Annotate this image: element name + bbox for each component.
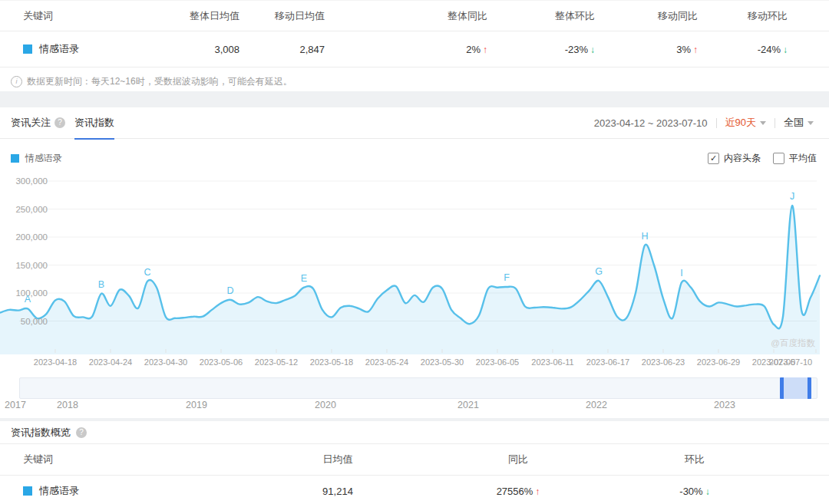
checkbox-average[interactable]: 平均值 — [773, 152, 817, 165]
event-marker-C: C — [144, 267, 150, 278]
watermark: @百度指数 — [771, 338, 815, 348]
yoy-value: 27556%↑ — [461, 486, 576, 497]
overview-title: 资讯指数概览 — [11, 426, 71, 440]
timeline-year-labels: 2017201820192020202120222023 — [0, 400, 829, 411]
header-keyword: 关键词 — [23, 453, 215, 466]
header-overall-yoy: 整体同比 — [325, 9, 487, 23]
checkbox-icon — [773, 153, 784, 164]
data-update-note: i 数据更新时间：每天12~16时，受数据波动影响，可能会有延迟。 — [0, 68, 829, 88]
chevron-down-icon — [808, 121, 814, 125]
overall-daily-avg-value: 3,008 — [184, 44, 239, 55]
info-icon: i — [11, 76, 22, 87]
region-dropdown[interactable]: 全国 — [784, 116, 814, 130]
summary-table-header: 关键词 整体日均值 移动日均值 整体同比 整体环比 移动同比 移动环比 — [0, 1, 829, 31]
checkbox-content-toutiao[interactable]: ✓ 内容头条 — [708, 152, 761, 165]
event-marker-D: D — [226, 285, 233, 296]
x-axis-date-label: 2023-04-24 — [89, 357, 132, 367]
x-axis-date-label: 2023-05-12 — [255, 357, 298, 367]
header-daily-avg: 日均值 — [215, 453, 461, 466]
keyword-label: 情感语录 — [39, 42, 79, 56]
y-axis-tick-label: 50,000 — [21, 317, 48, 326]
event-marker-B: B — [98, 279, 104, 290]
x-axis-date-label: 2023-04-30 — [144, 357, 187, 367]
x-axis-date-label: 2023-06-23 — [642, 357, 685, 367]
y-axis-tick-label: 100,000 — [15, 288, 48, 298]
keyword-cell[interactable]: 情感语录 — [23, 484, 215, 498]
down-arrow-icon: ↓ — [705, 486, 710, 497]
y-axis-tick-label: 300,000 — [15, 176, 48, 186]
overview-table-header: 关键词 日均值 同比 环比 — [0, 443, 829, 476]
divider — [775, 118, 775, 128]
timeline-year-label: 2022 — [586, 400, 607, 410]
news-index-overview-card: 资讯指数概览 ? 关键词 日均值 同比 环比 情感语录 91,214 27556… — [0, 421, 829, 504]
keyword-cell[interactable]: 情感语录 — [23, 42, 184, 56]
trend-area-fill — [0, 206, 820, 354]
region-dropdown-value: 全国 — [784, 116, 804, 130]
checkbox-icon: ✓ — [708, 153, 719, 164]
header-mobile-yoy: 移动同比 — [595, 9, 698, 23]
event-marker-H: H — [641, 231, 648, 242]
event-marker-G: G — [595, 266, 603, 277]
x-axis-date-label: 2023-04-18 — [34, 357, 77, 367]
overall-yoy-value: 2%↑ — [325, 44, 487, 55]
chart-controls: 2023-04-12 ~ 2023-07-10 近90天 全国 — [594, 107, 814, 138]
x-axis-date-label: 2023-07-10 — [769, 357, 812, 367]
divider — [716, 118, 717, 128]
tab-news-index-label: 资讯指数 — [74, 116, 114, 130]
tab-news-follow-label: 资讯关注 — [11, 116, 51, 130]
down-arrow-icon: ↓ — [783, 44, 788, 55]
timeline-year-label: 2020 — [315, 400, 336, 410]
mobile-daily-avg-value: 2,847 — [239, 44, 325, 55]
x-axis-date-label: 2023-06-11 — [531, 357, 573, 367]
event-marker-A: A — [25, 294, 31, 305]
keyword-color-swatch — [23, 486, 32, 496]
date-range-label: 2023-04-12 ~ 2023-07-10 — [594, 117, 708, 129]
trend-tabbar: 资讯关注 ? 资讯指数 2023-04-12 ~ 2023-07-10 近90天… — [0, 107, 829, 139]
news-index-trend-card: 资讯关注 ? 资讯指数 2023-04-12 ~ 2023-07-10 近90天… — [0, 107, 829, 418]
header-keyword: 关键词 — [23, 9, 184, 23]
x-axis-date-label: 2023-05-18 — [310, 357, 353, 367]
help-icon[interactable]: ? — [76, 427, 87, 438]
timeline-year-label: 2019 — [186, 400, 207, 410]
tab-news-index[interactable]: 资讯指数 — [74, 107, 114, 140]
x-axis-date-label: 2023-06-17 — [586, 357, 629, 367]
x-axis-date-label: 2023-05-06 — [200, 357, 243, 367]
header-yoy: 同比 — [461, 453, 576, 466]
timeline-year-label: 2023 — [714, 400, 735, 410]
period-dropdown[interactable]: 近90天 — [725, 116, 766, 130]
help-icon[interactable]: ? — [54, 117, 65, 128]
tab-news-follow[interactable]: 资讯关注 ? — [11, 107, 65, 138]
event-marker-I: I — [680, 268, 682, 278]
timeline-slider-selection[interactable] — [780, 377, 811, 399]
event-marker-E: E — [301, 273, 307, 284]
timeline-slider-track[interactable] — [19, 377, 817, 399]
x-axis-date-label: 2023-05-24 — [365, 357, 408, 367]
keyword-color-swatch — [23, 44, 32, 54]
trend-line-chart[interactable]: 50,000100,000150,000200,000250,000300,00… — [0, 173, 829, 354]
header-overall-daily-avg: 整体日均值 — [184, 9, 239, 23]
y-axis-tick-label: 200,000 — [15, 232, 48, 242]
period-dropdown-value: 近90天 — [725, 116, 756, 130]
checkbox-label: 内容头条 — [724, 152, 761, 165]
mom-value: -30%↓ — [576, 486, 814, 497]
header-mobile-mom: 移动环比 — [698, 9, 788, 23]
timeline-year-label: 2017 — [5, 400, 26, 410]
x-axis-date-label: 2023-06-29 — [697, 357, 740, 367]
mobile-yoy-value: 3%↑ — [595, 44, 698, 55]
daily-avg-value: 91,214 — [215, 486, 461, 497]
x-axis-date-label: 2023-05-30 — [421, 357, 464, 367]
overview-table-row: 情感语录 91,214 27556%↑ -30%↓ — [0, 476, 829, 504]
up-arrow-icon: ↑ — [535, 486, 540, 497]
checkbox-label: 平均值 — [789, 152, 817, 165]
y-axis-tick-label: 250,000 — [15, 205, 48, 214]
timeline-year-label: 2018 — [57, 400, 78, 410]
overall-mom-value: -23%↓ — [487, 44, 595, 55]
header-mom: 环比 — [576, 453, 814, 466]
keyword-label: 情感语录 — [39, 484, 79, 498]
chart-x-axis: 2023-04-182023-04-242023-04-302023-05-06… — [0, 357, 829, 368]
chart-option-checkboxes: ✓ 内容头条 平均值 — [708, 152, 817, 165]
overview-title-row: 资讯指数概览 ? — [0, 421, 829, 443]
x-axis-date-label: 2023-06-05 — [476, 357, 519, 367]
note-text: 数据更新时间：每天12~16时，受数据波动影响，可能会有延迟。 — [27, 75, 292, 88]
series-legend[interactable]: 情感语录 — [11, 152, 62, 165]
